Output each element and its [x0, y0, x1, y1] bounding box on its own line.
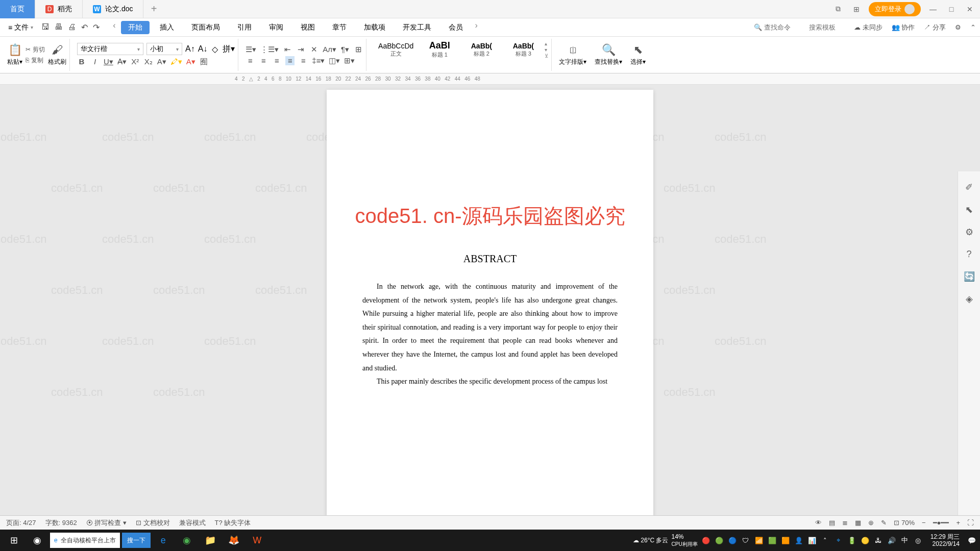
zoom-out[interactable]: −: [922, 519, 926, 527]
save-icon[interactable]: 🖫: [41, 22, 50, 32]
tab-dev[interactable]: 开发工具: [396, 21, 438, 34]
wps-icon[interactable]: W: [247, 530, 268, 551]
help-icon[interactable]: ?: [966, 249, 971, 260]
tab-layout[interactable]: 页面布局: [184, 21, 227, 34]
tab-member[interactable]: 会员: [442, 21, 470, 34]
proofread[interactable]: ⊡ 文档校对: [136, 518, 170, 528]
tab-review[interactable]: 审阅: [262, 21, 290, 34]
find-replace-button[interactable]: 🔍查找替换▾: [595, 43, 622, 66]
phonetic-guide[interactable]: 拼▾: [223, 44, 235, 55]
cut-button[interactable]: ✂ 剪切: [26, 45, 45, 54]
apps-icon[interactable]: ⊞: [850, 3, 863, 15]
bold-button[interactable]: B: [77, 57, 86, 67]
search-commands[interactable]: 🔍: [754, 23, 800, 31]
sort[interactable]: Ал▾: [323, 45, 336, 54]
align-right[interactable]: ≡: [272, 56, 281, 65]
clear-format[interactable]: ◇: [210, 44, 219, 54]
print-icon[interactable]: 🖶: [55, 22, 63, 32]
ruler[interactable]: 4 2 △ 2 4 6 8 10 12 14 16 18 20 22 24 26…: [0, 73, 980, 85]
readmode-icon[interactable]: ▤: [829, 519, 835, 527]
tray2[interactable]: 🟢: [714, 535, 724, 545]
tray6[interactable]: 🟧: [780, 535, 791, 545]
paste-button[interactable]: 📋粘贴▾: [7, 43, 22, 66]
tab-prev[interactable]: ‹: [111, 21, 117, 34]
cortana-icon[interactable]: ◉: [27, 530, 48, 551]
tray1[interactable]: 🔴: [701, 535, 711, 545]
tab-reference[interactable]: 引用: [230, 21, 259, 34]
bluetooth-icon[interactable]: ⌖: [834, 535, 844, 545]
zoom-control[interactable]: ⊡ 70%: [894, 519, 915, 527]
shading[interactable]: ◫▾: [329, 56, 340, 65]
wifi-icon[interactable]: 📶: [754, 535, 764, 545]
styles-more[interactable]: ▴▾⊻: [545, 41, 548, 59]
font-size-select[interactable]: 小初▾: [146, 43, 182, 55]
settings-icon[interactable]: ⚙: [955, 23, 961, 31]
tray3[interactable]: 🔵: [727, 535, 738, 545]
tab-add[interactable]: +: [143, 3, 164, 15]
preview-icon[interactable]: 🖨: [68, 22, 76, 32]
char-border[interactable]: 囿: [200, 57, 209, 67]
battery-icon[interactable]: 🔋: [847, 535, 857, 545]
missing-fonts[interactable]: T? 缺失字体: [215, 518, 251, 528]
cpu-widget[interactable]: 14%CPU利用率: [672, 533, 698, 548]
protect-icon[interactable]: ◈: [966, 293, 973, 305]
show-marks[interactable]: ¶▾: [340, 45, 350, 54]
borders[interactable]: ⊞▾: [344, 56, 355, 65]
collapse-ribbon[interactable]: ⌃: [970, 23, 976, 31]
settings-panel-icon[interactable]: ⚙: [965, 227, 973, 238]
ime-icon[interactable]: 中: [900, 535, 910, 545]
tray7[interactable]: 👤: [794, 535, 804, 545]
notifications-icon[interactable]: 💬: [967, 535, 977, 545]
zoom-in[interactable]: +: [956, 519, 960, 527]
tab-addins[interactable]: 加载项: [357, 21, 393, 34]
weblayout-icon[interactable]: ▦: [855, 519, 861, 527]
tray9[interactable]: 🟡: [860, 535, 870, 545]
clock[interactable]: 12:29 周三2022/9/14: [926, 533, 964, 548]
edit-icon[interactable]: ✎: [881, 519, 887, 527]
pen-icon[interactable]: ✐: [965, 182, 973, 193]
volume-icon[interactable]: 🔊: [887, 535, 897, 545]
spellcheck-toggle[interactable]: ⦿ 拼写检查 ▾: [86, 518, 127, 528]
align-left[interactable]: ≡: [246, 56, 255, 65]
eye-icon[interactable]: 👁: [815, 519, 822, 527]
italic-button[interactable]: I: [90, 57, 100, 67]
search-tpl-input[interactable]: [809, 23, 845, 31]
fullscreen-icon[interactable]: ⛶: [967, 519, 974, 527]
login-button[interactable]: 立即登录: [869, 2, 921, 16]
font-color[interactable]: A▾: [186, 57, 195, 67]
redo-icon[interactable]: ↷: [93, 22, 100, 32]
tray8[interactable]: 📊: [807, 535, 817, 545]
align-justify[interactable]: ≡: [285, 56, 295, 65]
style-h3[interactable]: AaBb(标题 3: [503, 40, 544, 59]
layout1-icon[interactable]: ⧉: [832, 3, 844, 15]
edge-icon[interactable]: e: [153, 530, 174, 551]
copy-button[interactable]: ⎘ 复制: [26, 56, 45, 65]
search-templates[interactable]: [809, 23, 845, 31]
tray5[interactable]: 🟩: [767, 535, 777, 545]
align-distribute[interactable]: ≡: [299, 56, 308, 65]
tab-next[interactable]: ›: [473, 21, 480, 34]
tab-view[interactable]: 视图: [293, 21, 322, 34]
tab-document[interactable]: W论文.doc: [83, 0, 143, 18]
superscript[interactable]: X²: [131, 57, 140, 67]
search-cmd-input[interactable]: [764, 23, 800, 31]
share-button[interactable]: ↗ 分享: [924, 23, 946, 32]
align-center[interactable]: ≡: [259, 56, 268, 65]
network-icon[interactable]: 🖧: [873, 535, 884, 545]
file-menu[interactable]: ≡ 文件 ▾: [4, 21, 37, 34]
indent-dec[interactable]: ⇤: [283, 45, 292, 54]
highlight-button[interactable]: 🖍▾: [170, 57, 182, 67]
subscript[interactable]: X₂: [144, 57, 153, 67]
style-h1[interactable]: AaBl标题 1: [419, 39, 460, 60]
outline-icon[interactable]: ≣: [842, 519, 848, 527]
numbering[interactable]: ⋮☰▾: [260, 45, 279, 54]
weather-widget[interactable]: ☁ 26°C 多云: [633, 536, 669, 545]
tab-start[interactable]: 开始: [121, 21, 150, 34]
undo-icon[interactable]: ↶: [81, 22, 88, 32]
text-effects[interactable]: A▾: [157, 57, 166, 67]
zoom-slider[interactable]: ━●━━: [933, 519, 949, 527]
tab-home[interactable]: 首页: [0, 0, 35, 18]
close-button[interactable]: ✕: [964, 3, 976, 15]
page-count[interactable]: 页面: 4/27: [6, 518, 36, 528]
strike-button[interactable]: A̶▾: [117, 57, 127, 67]
